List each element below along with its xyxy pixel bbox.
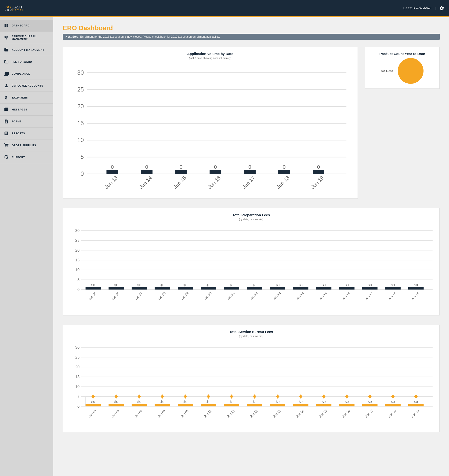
svg-text:Jun 16: Jun 16 — [342, 291, 351, 301]
svg-text:Jun 07: Jun 07 — [134, 409, 143, 419]
svg-rect-117 — [132, 404, 147, 406]
svg-text:$0: $0 — [114, 283, 118, 287]
dollar-icon — [4, 95, 9, 100]
svg-text:Jun 14: Jun 14 — [295, 291, 305, 301]
svg-text:Jun 18: Jun 18 — [387, 291, 397, 301]
svg-rect-161 — [385, 404, 401, 406]
svg-text:Jun 18: Jun 18 — [275, 175, 291, 190]
sidebar-item-label: DASHBOARD — [12, 24, 29, 27]
svg-text:$0: $0 — [299, 400, 303, 403]
svg-text:0: 0 — [111, 164, 114, 170]
header-divider: | — [435, 6, 436, 10]
svg-text:Jun 18: Jun 18 — [387, 409, 397, 418]
pie-circle — [398, 58, 423, 84]
sidebar-item-employee-accounts[interactable]: EMPLOYEE ACCOUNTS — [0, 80, 53, 92]
svg-text:$0: $0 — [91, 400, 95, 403]
svg-text:0: 0 — [317, 164, 320, 170]
svg-rect-55 — [132, 287, 147, 289]
product-count-chart: Product Count Year to Date No Data — [365, 47, 440, 89]
sidebar-item-forms[interactable]: FORMS — [0, 116, 53, 127]
svg-rect-88 — [385, 287, 401, 289]
service-fees-title: Total Service Bureau Fees — [67, 330, 435, 334]
svg-text:30: 30 — [77, 69, 84, 76]
sidebar-item-service-bureau[interactable]: SERIVCE BUREAU MANAMENT — [0, 32, 53, 44]
svg-rect-149 — [316, 404, 331, 406]
svg-marker-127 — [184, 394, 187, 399]
top-charts-row: Application Volume by Date (last 7 days … — [63, 47, 440, 199]
user-label: USER: PayDashTest — [403, 6, 432, 10]
svg-text:$0: $0 — [299, 283, 303, 287]
svg-text:0: 0 — [77, 287, 79, 291]
svg-text:20: 20 — [75, 248, 79, 252]
svg-text:$0: $0 — [345, 283, 349, 287]
sidebar-item-account-management[interactable]: ACCOUNT MANAGMENT — [0, 44, 53, 56]
folder-icon — [4, 47, 9, 52]
sidebar-item-messages[interactable]: MESSAGES — [0, 104, 53, 116]
svg-text:$0: $0 — [160, 283, 164, 287]
svg-text:$0: $0 — [391, 400, 395, 403]
svg-text:$0: $0 — [322, 283, 326, 287]
prep-fees-chart: Total Preparation Fees (by date, past we… — [63, 208, 440, 315]
svg-text:$0: $0 — [230, 283, 233, 287]
svg-text:Jun 09: Jun 09 — [180, 291, 189, 301]
svg-text:25: 25 — [77, 86, 84, 93]
svg-text:Jun 05: Jun 05 — [88, 409, 97, 418]
svg-rect-61 — [178, 287, 193, 289]
prep-fees-title: Total Preparation Fees — [67, 213, 435, 217]
app-volume-chart: Application Volume by Date (last 7 days … — [63, 47, 358, 199]
app-volume-title: Application Volume by Date — [67, 52, 353, 56]
svg-text:$0: $0 — [276, 400, 280, 403]
svg-text:Jun 09: Jun 09 — [180, 409, 189, 419]
svg-rect-137 — [247, 404, 262, 406]
svg-text:15: 15 — [75, 374, 79, 379]
svg-text:Jun 19: Jun 19 — [411, 409, 420, 419]
svg-text:Jun 17: Jun 17 — [364, 409, 374, 419]
svg-rect-125 — [178, 404, 193, 406]
sidebar-item-label: SERIVCE BUREAU MANAMENT — [12, 35, 50, 40]
service-fees-subtitle: (by date, past weeks) — [67, 335, 435, 338]
svg-text:5: 5 — [77, 277, 79, 281]
sidebar-item-order-supplies[interactable]: ORDER SUPPLIES — [0, 139, 53, 151]
svg-text:$0: $0 — [207, 400, 210, 403]
sidebar-item-taxpayers[interactable]: TAXPAYERS — [0, 92, 53, 104]
service-fees-chart: Total Service Bureau Fees (by date, past… — [63, 325, 440, 432]
sidebar-item-compliance[interactable]: COMPLIANCE — [0, 68, 53, 80]
svg-text:5: 5 — [77, 394, 79, 398]
svg-text:Jun 14: Jun 14 — [295, 409, 305, 418]
svg-rect-91 — [408, 287, 424, 289]
svg-text:Jun 10: Jun 10 — [203, 291, 212, 301]
svg-text:0: 0 — [80, 170, 84, 177]
header-right: USER: PayDashTest | — [403, 6, 444, 11]
sidebar-item-label: COMPLIANCE — [12, 72, 30, 75]
svg-text:0: 0 — [214, 164, 217, 170]
svg-text:$0: $0 — [414, 283, 418, 287]
svg-marker-123 — [161, 394, 164, 399]
next-step-text: Enrollment for the 2018 tax season is no… — [80, 35, 220, 38]
svg-text:$0: $0 — [345, 400, 349, 403]
sidebar-item-label: ACCOUNT MANAGMENT — [12, 48, 44, 51]
svg-text:$0: $0 — [138, 283, 141, 287]
sidebar-item-dashboard[interactable]: DASHBOARD — [0, 20, 53, 32]
svg-text:$0: $0 — [322, 400, 326, 403]
svg-text:25: 25 — [75, 355, 79, 359]
svg-text:$0: $0 — [207, 283, 210, 287]
sidebar-item-label: SUPPORT — [12, 156, 25, 159]
sidebar-item-reports[interactable]: REPORTS — [0, 127, 53, 139]
svg-rect-32 — [313, 170, 324, 174]
svg-rect-165 — [408, 404, 424, 406]
svg-text:$0: $0 — [276, 283, 280, 287]
gear-icon[interactable] — [439, 6, 444, 11]
svg-text:Jun 14: Jun 14 — [138, 175, 153, 190]
svg-rect-29 — [278, 170, 290, 174]
report-icon — [4, 131, 9, 136]
no-data-label: No Data — [381, 69, 393, 73]
svg-text:Jun 07: Jun 07 — [134, 291, 143, 301]
svg-rect-133 — [224, 404, 239, 406]
svg-text:0: 0 — [145, 164, 148, 170]
sidebar-item-fee-forward[interactable]: FEE FORWARD — [0, 56, 53, 68]
svg-rect-76 — [293, 287, 309, 289]
sidebar-item-label: REPORTS — [12, 132, 25, 135]
sidebar-item-support[interactable]: SUPPORT — [0, 151, 53, 163]
next-step-bar: Next Step: Enrollment for the 2018 tax s… — [63, 34, 440, 40]
svg-text:15: 15 — [77, 120, 84, 126]
